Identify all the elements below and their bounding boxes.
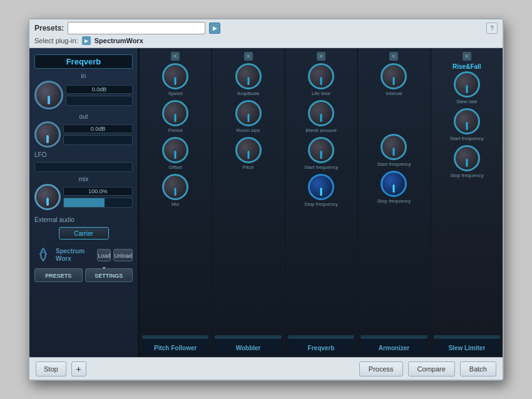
- slew-start-freq-label: Start frequency: [450, 136, 484, 141]
- plugin-select-label: Select plug-in:: [34, 37, 78, 44]
- stop-button[interactable]: Stop: [36, 361, 66, 376]
- effect-column-pitch-follower: ✕ Speed Period Offset M: [139, 48, 211, 357]
- pitch-knob[interactable]: [235, 137, 262, 163]
- close-freqverb[interactable]: ✕: [317, 52, 325, 61]
- out-slider[interactable]: [63, 135, 133, 145]
- in-row: 0.0dB: [34, 81, 133, 109]
- close-wobbler[interactable]: ✕: [244, 52, 253, 61]
- logo-area: Spectrum Worx Load ▾ Unload: [34, 246, 133, 265]
- stop-freq-knob[interactable]: [308, 174, 334, 200]
- effect-column-wobbler: ✕ Amplitude Room size Pitch: [212, 48, 284, 357]
- help-button[interactable]: ?: [486, 23, 498, 34]
- armonizer-name: Armonizer: [379, 345, 409, 351]
- room-size-knob[interactable]: [235, 100, 262, 126]
- period-knob-container: Period: [162, 100, 188, 133]
- stop-freq-label: Stop frequency: [304, 201, 338, 207]
- compare-button[interactable]: Compare: [408, 361, 455, 376]
- effects-panel: ✕ Speed Period Offset M: [139, 48, 503, 357]
- room-size-label: Room size: [237, 128, 260, 133]
- armonizer-stop-freq-knob[interactable]: [381, 171, 407, 197]
- slew-start-freq-knob-container: Start frequency: [450, 108, 484, 141]
- slew-start-freq-knob[interactable]: [454, 108, 480, 134]
- close-pitch-follower[interactable]: ✕: [171, 52, 180, 61]
- main-area: Freqverb in 0.0dB out 0.0dB: [29, 48, 503, 357]
- wobbler-name: Wobbler: [236, 345, 261, 351]
- interval-label: Interval: [386, 91, 402, 96]
- rise-fall-title: Rise&Fall: [453, 63, 481, 70]
- offset-knob[interactable]: [162, 137, 188, 163]
- close-slew-limiter[interactable]: ✕: [463, 52, 471, 61]
- mix-effect-label: Mix: [171, 201, 179, 207]
- app-window: Presets: ▶ ? Select plug-in: ▶ SpectrumW…: [28, 18, 504, 381]
- room-size-knob-container: Room size: [235, 100, 262, 133]
- add-button[interactable]: +: [71, 361, 86, 376]
- freqverb-effect-name-bar: Freqverb: [288, 339, 354, 355]
- offset-knob-container: Offset: [162, 137, 188, 170]
- armonizer-start-freq-knob-container: Start frequency: [377, 134, 411, 167]
- offset-label: Offset: [169, 164, 182, 170]
- speed-knob[interactable]: [162, 63, 188, 89]
- blend-label: Blend amount: [305, 128, 336, 133]
- in-slider[interactable]: [66, 96, 133, 106]
- external-audio-label: External audio: [34, 216, 133, 223]
- period-knob[interactable]: [162, 100, 188, 126]
- pitch-knob-container: Pitch: [235, 137, 262, 170]
- in-value: 0.0dB: [66, 85, 133, 94]
- speed-label: Speed: [168, 91, 183, 96]
- interval-knob-container: Interval: [381, 63, 407, 96]
- unload-button[interactable]: Unload: [113, 249, 133, 261]
- armonizer-start-freq-knob[interactable]: [381, 134, 407, 160]
- amplitude-knob[interactable]: [235, 63, 262, 89]
- carrier-button[interactable]: Carrier: [59, 227, 109, 240]
- slew-rate-label: Slew rate: [456, 99, 477, 104]
- top-bar: Presets: ▶ ? Select plug-in: ▶ SpectrumW…: [29, 19, 503, 48]
- load-button[interactable]: Load ▾: [97, 249, 111, 261]
- pitch-follower-name-bar: Pitch Follower: [142, 339, 208, 355]
- wobbler-name-bar: Wobbler: [215, 339, 281, 355]
- presets-dropdown[interactable]: [68, 22, 205, 34]
- armonizer-start-freq-label: Start frequency: [377, 161, 411, 167]
- start-freq-knob[interactable]: [308, 137, 334, 163]
- out-row: 0.0dB: [34, 121, 133, 148]
- batch-button[interactable]: Batch: [460, 361, 496, 376]
- out-knob[interactable]: [34, 121, 61, 148]
- slew-stop-freq-knob[interactable]: [454, 145, 480, 171]
- presets-label: Presets:: [34, 24, 64, 33]
- load-unload-row: Load ▾ Unload: [97, 249, 133, 261]
- mix-knob[interactable]: [34, 184, 61, 210]
- process-button[interactable]: Process: [359, 361, 403, 376]
- armonizer-stop-freq-label: Stop frequency: [377, 198, 411, 204]
- bottom-bar: Stop + Process Compare Batch: [29, 357, 503, 380]
- mix-value: 100.0%: [63, 187, 133, 196]
- interval-knob[interactable]: [381, 63, 407, 89]
- plugin-row: Select plug-in: ▶ SpectrumWorx: [34, 36, 498, 45]
- speed-knob-container: Speed: [162, 63, 188, 96]
- pitch-follower-name: Pitch Follower: [154, 345, 197, 351]
- presets-settings-row: PRESETS SETTINGS: [34, 268, 133, 282]
- presets-button[interactable]: PRESETS: [34, 268, 83, 282]
- slew-stop-freq-label: Stop frequency: [450, 173, 484, 178]
- play-button[interactable]: ▶: [209, 23, 220, 34]
- in-knob[interactable]: [34, 81, 63, 109]
- effect-column-slew-limiter: ✕ Rise&Fall Slew rate Start frequency St…: [431, 48, 503, 357]
- presets-row: Presets: ▶ ?: [34, 22, 498, 34]
- lifetime-knob-container: Life time: [308, 63, 334, 96]
- slew-name: Slew Limiter: [448, 345, 485, 351]
- period-label: Period: [168, 128, 183, 133]
- armonizer-name-bar: Armonizer: [361, 339, 427, 355]
- pitch-label: Pitch: [243, 164, 254, 170]
- settings-button[interactable]: SETTINGS: [85, 268, 133, 282]
- blend-knob[interactable]: [308, 100, 334, 126]
- blend-knob-container: Blend amount: [305, 100, 336, 133]
- plugin-arrow-button[interactable]: ▶: [82, 36, 91, 45]
- mix-slider[interactable]: [63, 198, 133, 208]
- lfo-field[interactable]: [34, 162, 133, 172]
- slew-rate-knob[interactable]: [454, 71, 480, 98]
- mix-section: mix 100.0%: [34, 176, 133, 210]
- out-label: out: [34, 113, 133, 120]
- freqverb-title: Freqverb: [34, 54, 133, 69]
- close-armonizer[interactable]: ✕: [389, 52, 398, 61]
- lifetime-knob[interactable]: [308, 63, 334, 89]
- mix-effect-knob[interactable]: [162, 174, 188, 200]
- mix-label: mix: [34, 176, 133, 183]
